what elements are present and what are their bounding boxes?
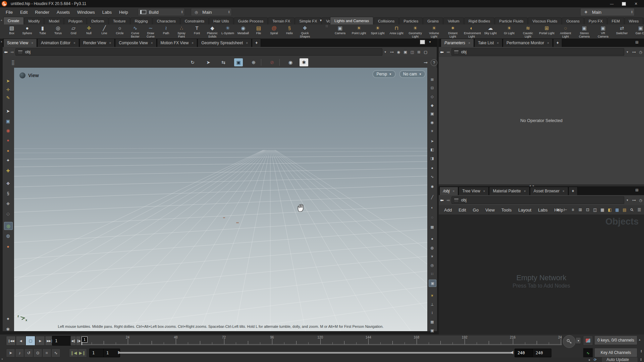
magnifier-icon[interactable]: ⚲ xyxy=(627,205,637,215)
radial-menu-icon[interactable]: ◉ xyxy=(397,50,400,54)
shelf-tool-platonic-solids[interactable]: ◆Platonic Solids xyxy=(205,25,220,38)
key-mode-stepper[interactable]: ▲▼ xyxy=(640,350,642,353)
auto-update-stepper[interactable]: ▲▼ xyxy=(640,358,642,361)
point-snap-icon[interactable]: ◇ xyxy=(429,93,436,100)
render-disabled-icon[interactable]: ⊘ xyxy=(268,58,276,66)
back-arrow-icon[interactable]: ⬅ xyxy=(4,50,8,55)
range-right-handle[interactable]: ◀ xyxy=(510,350,513,355)
tree-list-icon[interactable]: ⊢ xyxy=(562,206,569,213)
tab-geometry-spreadsheet[interactable]: Geometry Spreadsheet× xyxy=(198,39,252,47)
select-arrow-icon[interactable]: ➤ xyxy=(204,58,213,66)
backface-icon[interactable]: ◨ xyxy=(429,155,436,162)
parameters-path-field[interactable]: obj xyxy=(451,48,625,56)
menu-labs[interactable]: Labs xyxy=(99,7,115,17)
236[interactable]: ● xyxy=(4,147,12,154)
origin-handle[interactable] xyxy=(236,222,239,223)
shelf-tab-oceans[interactable]: Oceans xyxy=(562,17,584,24)
range-substart-field[interactable]: 1 xyxy=(103,349,120,357)
shelf-tab-create[interactable]: Create xyxy=(3,17,24,24)
normals-icon[interactable]: ⊥ xyxy=(429,301,436,308)
close-tab-icon[interactable]: × xyxy=(31,41,33,45)
keyframe-info-icon[interactable] xyxy=(583,336,593,346)
pin-path-icon[interactable]: ⊶ xyxy=(632,50,636,54)
select-contained-icon[interactable]: ◧ xyxy=(429,146,436,153)
close-tab-icon[interactable]: × xyxy=(497,41,499,45)
shelf-tool-spiral[interactable]: @Spiral xyxy=(266,25,282,35)
shelf-tab-guide-process[interactable]: Guide Process xyxy=(234,17,268,24)
loop-icon[interactable]: ↺ xyxy=(24,349,33,357)
shelf-tool-sphere[interactable]: ●Sphere xyxy=(19,25,35,35)
shelf-tool-caustic-light[interactable]: ≋Caustic Light xyxy=(519,25,537,38)
shelf-tool-grid[interactable]: ▱Grid xyxy=(66,25,81,35)
realtime-icon[interactable]: ⊙ xyxy=(33,349,42,357)
shelf-tool-helix[interactable]: §Helix xyxy=(282,25,297,35)
393[interactable]: ◆ xyxy=(4,199,12,207)
tab-tree-view[interactable]: Tree View× xyxy=(459,187,489,195)
shelf-tool-box[interactable]: ▧Box xyxy=(4,25,19,35)
highlight-icon[interactable]: ◎ xyxy=(429,262,436,268)
select-visible-icon[interactable]: ➤ xyxy=(429,138,436,144)
148[interactable]: ▣ xyxy=(4,117,12,125)
shelf-tool-gi-light[interactable]: ☀GI Light xyxy=(500,25,519,35)
shelf-tool-stereo-camera[interactable]: ▣Stereo Camera xyxy=(575,25,594,38)
path-dropdown-icon[interactable]: ▼ xyxy=(626,199,629,202)
shelf-tool-vr-camera[interactable]: ▣VR Camera xyxy=(594,25,612,38)
shelf-tab-viscous-fluids[interactable]: Viscous Fluids xyxy=(528,17,561,24)
multi-snap-icon[interactable]: ◆ xyxy=(429,102,436,109)
playbar-collapse-arrow[interactable]: ▼ xyxy=(1,358,3,360)
display-slider-icon[interactable]: ⊸ xyxy=(421,58,430,66)
shelf-tool-font[interactable]: TFont xyxy=(189,25,205,35)
shelf-tool-camera[interactable]: ▣Camera xyxy=(331,25,350,35)
step-back-button[interactable]: ◀❙ xyxy=(70,336,76,346)
key-options-button[interactable]: ▼ xyxy=(576,337,581,344)
shelf-tool-environment-light[interactable]: ◐Environment Light xyxy=(462,25,481,38)
close-tab-icon[interactable]: × xyxy=(547,41,549,45)
view-selector[interactable]: ◎ Main ▲▼ xyxy=(191,8,232,16)
menu-help[interactable]: Help xyxy=(115,7,132,17)
close-tab-icon[interactable]: × xyxy=(109,41,111,45)
units-icon[interactable]: ⌗ xyxy=(42,349,51,357)
shelf-tool-distant-light[interactable]: ✶Distant Light xyxy=(443,25,462,38)
shelf-tool-quick-shapes[interactable]: ❖Quick Shapes xyxy=(297,25,313,38)
shelf-tab-rigging[interactable]: Rigging xyxy=(130,17,152,24)
wrench-icon[interactable]: ✕ xyxy=(555,206,561,213)
shaded-mode-icon[interactable]: ● xyxy=(429,235,436,242)
424[interactable]: ◇ xyxy=(4,210,12,217)
tumble-view-icon[interactable]: ↻ xyxy=(188,58,197,66)
menu-assets[interactable]: Assets xyxy=(53,7,73,17)
lit-mode-icon[interactable]: ☀ xyxy=(429,253,436,260)
add-pane-tab-button[interactable]: + xyxy=(569,187,578,195)
522[interactable]: ● xyxy=(4,243,12,250)
laser-select-icon[interactable]: ╱ xyxy=(429,194,436,200)
back-arrow-icon[interactable]: ⬅ xyxy=(440,50,444,55)
tab-motion-fx-view[interactable]: Motion FX View× xyxy=(157,39,198,47)
shelf-tool-path[interactable]: ≀Path xyxy=(158,25,174,35)
close-tab-icon[interactable]: × xyxy=(483,189,485,193)
pane-white-square-icon[interactable] xyxy=(420,40,425,44)
shelf-tool-point-light[interactable]: ☀Point Light xyxy=(350,25,368,35)
hamburger-menu-icon[interactable]: ☰ xyxy=(636,206,643,213)
swatch-icon[interactable]: ▩ xyxy=(614,206,621,213)
tab-composite-view[interactable]: Composite View× xyxy=(115,39,156,47)
net-menu-go[interactable]: Go xyxy=(470,207,482,213)
key-mode-field[interactable]: Key All Channels xyxy=(594,348,637,357)
camera-icon[interactable]: ◉ xyxy=(429,119,436,126)
thumbnails-icon[interactable]: ▦ xyxy=(599,206,606,213)
shelf-tool-spot-light[interactable]: ☀Spot Light xyxy=(368,25,387,35)
scene-path-field[interactable]: obj xyxy=(15,48,382,56)
add-pane-tab-button[interactable]: + xyxy=(252,39,261,47)
columns-icon[interactable]: ◫ xyxy=(592,206,598,213)
key-slider-icon[interactable]: ∿ xyxy=(51,349,60,357)
camera-select-button[interactable]: No cam ▼ xyxy=(399,70,425,78)
origin-handle[interactable] xyxy=(223,217,225,218)
range-end-field[interactable]: 240 xyxy=(515,349,533,357)
play-reverse-button[interactable]: ◀ xyxy=(16,336,25,346)
main-window-selector[interactable]: ❖ Main ▲▼ xyxy=(580,8,635,16)
shelf-tool-ambient-light[interactable]: ◌Ambient Light xyxy=(556,25,575,38)
grid-view-icon[interactable]: ⊞ xyxy=(577,206,584,213)
toolbox-grid-icon[interactable]: ⣿ xyxy=(9,58,17,66)
shelf-tab-constraints[interactable]: Constraints xyxy=(180,17,209,24)
close-tab-icon[interactable]: × xyxy=(151,41,153,45)
light-icon[interactable]: ☀ xyxy=(429,128,436,134)
tab-scene-view[interactable]: Scene View× xyxy=(3,39,37,47)
